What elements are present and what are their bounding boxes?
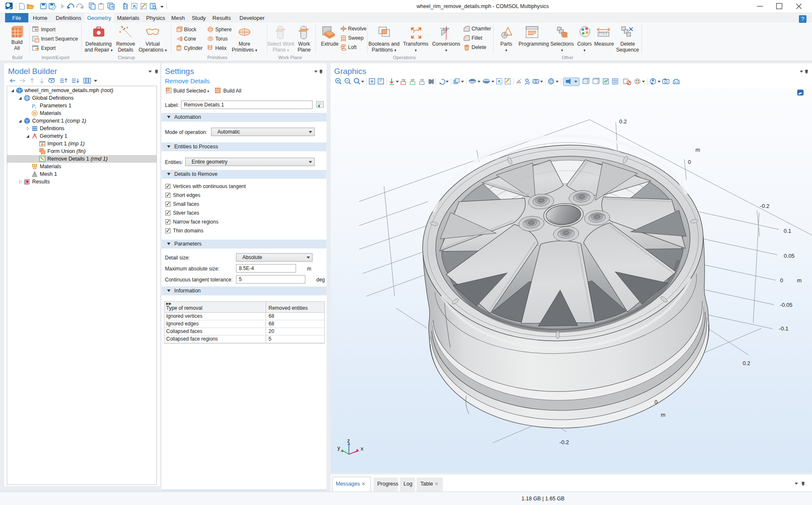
svg-text:-0.2: -0.2 (560, 439, 569, 445)
svg-text:0.2: 0.2 (619, 118, 627, 125)
svg-text:0.2: 0.2 (743, 360, 750, 366)
svg-text:xy: xy (402, 78, 405, 82)
svg-text:m: m (696, 147, 700, 153)
svg-text:0: 0 (780, 277, 783, 284)
svg-text:0: 0 (688, 159, 691, 165)
svg-text:0.1: 0.1 (784, 228, 791, 234)
svg-text:y: y (337, 445, 340, 451)
svg-text:xz: xz (420, 78, 424, 82)
svg-text:-0.05: -0.05 (780, 302, 793, 308)
svg-text:P: P (31, 103, 35, 109)
svg-text:i: i (35, 105, 36, 109)
svg-text:-0.2: -0.2 (760, 203, 769, 209)
svg-text:0: 0 (654, 399, 657, 405)
svg-text:m: m (661, 412, 666, 418)
svg-text:x: x (361, 445, 364, 452)
svg-text:yz: yz (411, 78, 414, 82)
svg-text:-0.1: -0.1 (779, 325, 788, 332)
svg-text:0.05: 0.05 (784, 253, 794, 259)
svg-text:z: z (347, 437, 350, 444)
svg-text:m: m (797, 277, 802, 284)
